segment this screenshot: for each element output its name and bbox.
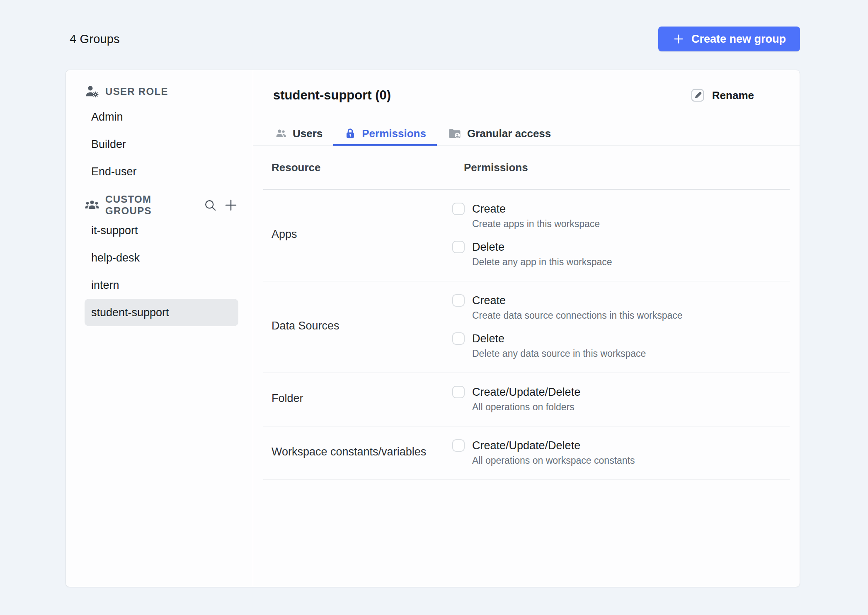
sidebar-item-label: Builder	[91, 138, 126, 151]
rename-button[interactable]: Rename	[690, 87, 754, 103]
resource-label: Folder	[272, 392, 303, 405]
create-new-group-label: Create new group	[691, 33, 786, 46]
table-header: Resource Permissions	[263, 146, 790, 190]
workspace-constants-cud-checkbox[interactable]	[452, 439, 465, 452]
custom-groups-list: it-support help-desk intern student-supp…	[85, 217, 238, 326]
permission-item: Create/Update/Delete All operations on f…	[452, 385, 790, 413]
user-role-list: Admin Builder End-user	[85, 103, 238, 185]
sidebar-item-admin[interactable]: Admin	[85, 103, 238, 131]
permissions-table: Resource Permissions Apps Create Create …	[263, 146, 790, 480]
tab-label: Users	[293, 127, 322, 140]
permission-description: All operations on workspace constants	[472, 455, 635, 466]
permission-description: Delete any data source in this workspace	[472, 348, 646, 359]
custom-groups-section-header: CUSTOM GROUPS	[85, 197, 238, 213]
users-icon	[274, 127, 287, 140]
top-bar: 4 Groups Create new group	[70, 27, 800, 51]
sidebar-item-intern[interactable]: intern	[85, 271, 238, 299]
sidebar-item-builder[interactable]: Builder	[85, 131, 238, 158]
permission-description: Delete any app in this workspace	[472, 256, 612, 268]
data-sources-delete-checkbox[interactable]	[452, 332, 465, 345]
permission-label: Delete	[472, 332, 646, 345]
user-role-section-title: USER ROLE	[105, 86, 168, 97]
rename-label: Rename	[712, 89, 754, 102]
plus-icon	[672, 33, 685, 45]
sidebar-item-help-desk[interactable]: help-desk	[85, 244, 238, 271]
page-title: 4 Groups	[70, 32, 120, 46]
person-gear-icon	[85, 84, 99, 99]
apps-delete-checkbox[interactable]	[452, 241, 465, 253]
create-new-group-button[interactable]: Create new group	[658, 27, 800, 51]
group-title: student-support (0)	[273, 88, 391, 103]
apps-create-checkbox[interactable]	[452, 203, 465, 215]
tab-permissions[interactable]: Permissions	[333, 121, 437, 145]
search-icon	[203, 198, 217, 212]
permission-label: Create	[472, 294, 683, 307]
group-detail-header: student-support (0) Rename	[273, 87, 754, 103]
user-role-section-header: USER ROLE	[85, 83, 238, 100]
table-row-folder: Folder Create/Update/Delete All operatio…	[263, 373, 790, 426]
permission-item: Delete Delete any data source in this wo…	[452, 332, 790, 359]
permission-label: Create/Update/Delete	[472, 439, 635, 452]
custom-groups-section-title: CUSTOM GROUPS	[105, 194, 191, 217]
sidebar-item-student-support[interactable]: student-support	[85, 299, 238, 326]
users-icon	[85, 198, 99, 213]
sidebar-item-label: help-desk	[91, 252, 140, 264]
table-row-workspace-constants: Workspace constants/variables Create/Upd…	[263, 426, 790, 480]
table-row-apps: Apps Create Create apps in this workspac…	[263, 190, 790, 281]
group-detail-panel: student-support (0) Rename	[253, 70, 800, 587]
permission-item: Create/Update/Delete All operations on w…	[452, 439, 790, 466]
sidebar-item-label: Admin	[91, 111, 123, 123]
folder-user-icon	[448, 126, 462, 140]
sidebar-item-label: student-support	[91, 306, 169, 319]
groups-card: USER ROLE Admin Builder End-user CUSTOM …	[65, 70, 800, 587]
add-group-icon	[223, 198, 238, 213]
permission-item: Delete Delete any app in this workspace	[452, 240, 790, 268]
table-row-data-sources: Data Sources Create Create data source c…	[263, 281, 790, 373]
data-sources-create-checkbox[interactable]	[452, 294, 465, 307]
tab-label: Permissions	[362, 127, 426, 140]
resource-label: Workspace constants/variables	[272, 446, 426, 458]
sidebar-item-it-support[interactable]: it-support	[85, 217, 238, 244]
add-group-button[interactable]	[223, 197, 238, 213]
sidebar-item-label: End-user	[91, 165, 137, 178]
resource-label: Data Sources	[272, 320, 339, 332]
permission-item: Create Create apps in this workspace	[452, 202, 790, 230]
tab-granular-access[interactable]: Granular access	[437, 121, 562, 145]
permission-item: Create Create data source connections in…	[452, 294, 790, 321]
permission-label: Delete	[472, 240, 612, 254]
permission-label: Create/Update/Delete	[472, 385, 580, 399]
search-groups-button[interactable]	[203, 197, 218, 213]
tab-users[interactable]: Users	[263, 121, 333, 145]
folder-cud-checkbox[interactable]	[452, 386, 465, 398]
group-tabs: Users Permissions	[253, 121, 800, 146]
column-header-resource: Resource	[263, 161, 452, 174]
resource-label: Apps	[272, 228, 297, 241]
edit-icon	[690, 87, 706, 103]
permission-label: Create	[472, 202, 600, 215]
permission-description: Create data source connections in this w…	[472, 310, 683, 321]
groups-sidebar: USER ROLE Admin Builder End-user CUSTOM …	[66, 70, 253, 587]
column-header-permissions: Permissions	[452, 161, 528, 174]
lock-icon	[344, 127, 356, 140]
sidebar-item-label: it-support	[91, 224, 138, 237]
permission-description: All operations on folders	[472, 401, 580, 413]
tab-label: Granular access	[467, 127, 551, 140]
permission-description: Create apps in this workspace	[472, 218, 600, 230]
sidebar-item-end-user[interactable]: End-user	[85, 158, 238, 185]
sidebar-item-label: intern	[91, 279, 119, 292]
